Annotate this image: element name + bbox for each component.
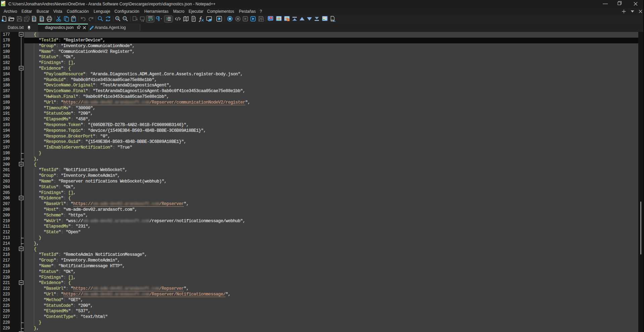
svg-text:JSON: JSON bbox=[333, 20, 336, 22]
